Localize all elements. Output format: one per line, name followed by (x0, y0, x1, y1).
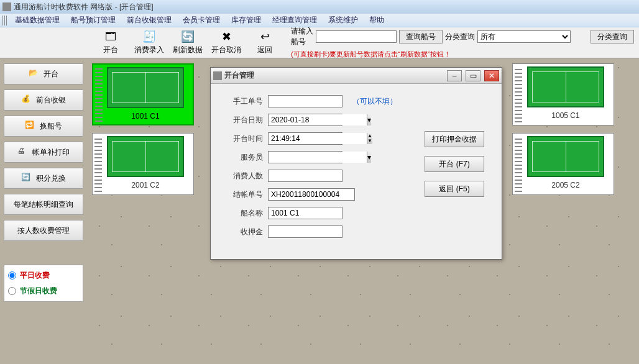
boat-card[interactable]: 1005 C1 (512, 63, 614, 125)
menu-system[interactable]: 系统维护 (323, 14, 363, 27)
sidebar-points-button[interactable]: 🔄 积分兑换 (4, 168, 83, 189)
sidebar-detail-label: 每笔结帐明细查询 (14, 199, 73, 210)
deposit-label: 收押金 (223, 227, 263, 237)
menu-reservation[interactable]: 船号预订管理 (66, 14, 121, 27)
billno-label: 结帐单号 (223, 189, 263, 200)
points-icon: 🔄 (21, 173, 32, 184)
spiral-binding-icon (515, 66, 522, 122)
spiral-binding-icon (515, 136, 522, 192)
dialog-icon (213, 71, 222, 80)
consume-icon: 🧾 (142, 30, 156, 43)
waiter-label: 服务员 (223, 152, 263, 163)
open-dialog: 开台管理 – ▭ ✕ 手工单号 （可以不填） 开台日期 ▾ 开台时间 ▲▼ 服务… (210, 67, 502, 260)
radio-holiday-label: 节假日收费 (20, 286, 57, 296)
menu-base-data[interactable]: 基础数据管理 (10, 14, 65, 27)
court-icon (527, 136, 604, 177)
court-icon (107, 136, 184, 177)
sidebar-change-button[interactable]: 🔁 换船号 (4, 116, 83, 137)
radio-weekday-input[interactable] (8, 271, 16, 280)
chevron-down-icon[interactable]: ▾ (367, 152, 371, 163)
boat-card[interactable]: 2001 C2 (92, 133, 194, 195)
sidebar-cashier-button[interactable]: 💰 前台收银 (4, 89, 83, 111)
boat-label: 2001 C2 (131, 181, 159, 189)
sidebar-cashier-label: 前台收银 (36, 95, 66, 106)
sidebar-open-button[interactable]: 📂 开台 (4, 63, 83, 84)
category-select[interactable]: 所有 (477, 30, 571, 43)
open-icon: 🗔 (104, 30, 117, 43)
minimize-button[interactable]: – (447, 70, 462, 81)
sidebar-reprint-label: 帐单补打印 (32, 147, 70, 158)
tool-cancel-button[interactable]: ✖ 开台取消 (209, 29, 244, 57)
time-label: 开台时间 (223, 134, 263, 144)
tool-back-label: 返回 (257, 45, 272, 55)
menu-inventory[interactable]: 库存管理 (226, 14, 266, 27)
sidebar-byhead-button[interactable]: 按人数收费管理 (4, 220, 83, 241)
boat-card[interactable]: 1001 C1 (92, 63, 194, 125)
billno-input[interactable] (268, 188, 355, 201)
sidebar-reprint-button[interactable]: 🖨 帐单补打印 (4, 142, 83, 163)
tool-back-button[interactable]: ↩ 返回 (247, 29, 282, 57)
radio-holiday-input[interactable] (8, 287, 16, 295)
menu-help[interactable]: 帮助 (364, 14, 389, 27)
sidebar-detail-button[interactable]: 每笔结帐明细查询 (4, 194, 83, 215)
tool-refresh-button[interactable]: 🔄 刷新数据 (170, 29, 205, 57)
tool-refresh-label: 刷新数据 (173, 45, 203, 55)
menu-gripper-icon (2, 16, 7, 25)
category-search-button[interactable]: 分类查询 (591, 30, 634, 43)
deposit-input[interactable] (268, 225, 342, 238)
waiter-input[interactable] (269, 152, 367, 163)
dialog-titlebar[interactable]: 开台管理 – ▭ ✕ (211, 68, 502, 84)
manualno-input[interactable] (268, 95, 342, 107)
spinner-icon[interactable]: ▲▼ (367, 133, 372, 144)
tool-open-label: 开台 (103, 45, 118, 55)
sidebar-byhead-label: 按人数收费管理 (17, 225, 70, 236)
search-boat-button[interactable]: 查询船号 (399, 30, 443, 43)
menu-bar: 基础数据管理 船号预订管理 前台收银管理 会员卡管理 库存管理 经理查询管理 系… (0, 14, 639, 27)
toolbar: 🗔 开台 🧾 消费录入 🔄 刷新数据 ✖ 开台取消 ↩ 返回 请输入 船号 查询… (0, 27, 639, 58)
sidebar: 📂 开台 💰 前台收银 🔁 换船号 🖨 帐单补打印 🔄 积分兑换 每笔结帐明细查… (0, 58, 87, 364)
close-button[interactable]: ✕ (484, 70, 499, 81)
radio-holiday[interactable]: 节假日收费 (8, 286, 79, 296)
print-deposit-button[interactable]: 打印押金收据 (425, 131, 484, 147)
menu-cashier[interactable]: 前台收银管理 (122, 14, 177, 27)
time-spinner[interactable]: ▲▼ (268, 132, 342, 145)
manualno-hint: （可以不填） (352, 96, 397, 107)
waiter-combo[interactable]: ▾ (268, 151, 342, 163)
boatname-input[interactable] (268, 207, 342, 219)
sidebar-points-label: 积分兑换 (36, 173, 66, 184)
maximize-button[interactable]: ▭ (466, 70, 480, 81)
printer-icon: 🖨 (17, 147, 29, 158)
tool-consume-button[interactable]: 🧾 消费录入 (132, 29, 167, 57)
refresh-icon: 🔄 (181, 30, 195, 43)
tool-consume-label: 消费录入 (134, 45, 164, 55)
menu-membercard[interactable]: 会员卡管理 (178, 14, 225, 27)
manualno-label: 手工单号 (223, 96, 263, 107)
return-button[interactable]: 返回 (F5) (425, 181, 484, 197)
open-icon: 📂 (29, 68, 40, 80)
boat-card[interactable]: 2005 C2 (512, 133, 614, 195)
tool-open-button[interactable]: 🗔 开台 (93, 29, 128, 57)
sidebar-change-label: 换船号 (40, 121, 62, 132)
time-input[interactable] (269, 133, 367, 144)
chevron-down-icon[interactable]: ▾ (367, 114, 371, 125)
date-input[interactable] (269, 114, 367, 125)
title-bar: 通用游船计时收费软件 网络版 - [开台管理] (0, 0, 639, 14)
app-icon (2, 2, 11, 11)
menu-manager-query[interactable]: 经理查询管理 (267, 14, 322, 27)
boat-label: 1001 C1 (131, 112, 159, 121)
guests-input[interactable] (268, 170, 342, 182)
date-combo[interactable]: ▾ (268, 114, 342, 126)
radio-weekday[interactable]: 平日收费 (8, 270, 79, 281)
spiral-binding-icon (95, 67, 103, 122)
cash-icon: 💰 (21, 94, 32, 106)
boat-number-input[interactable] (316, 30, 397, 43)
open-confirm-button[interactable]: 开台 (F7) (425, 156, 484, 172)
radio-weekday-label: 平日收费 (20, 270, 50, 281)
boat-label: 2005 C2 (551, 181, 579, 189)
boat-label: 1005 C1 (551, 111, 579, 120)
sidebar-open-label: 开台 (44, 69, 58, 80)
toolbar-search-group: 请输入 船号 查询船号 分类查询 所有 分类查询 (可直接刷卡)要更新船号数据请… (291, 26, 634, 59)
fee-mode-group: 平日收费 节假日收费 (4, 265, 83, 302)
input-label: 请输入 船号 (291, 26, 313, 47)
swap-icon: 🔁 (25, 121, 36, 132)
